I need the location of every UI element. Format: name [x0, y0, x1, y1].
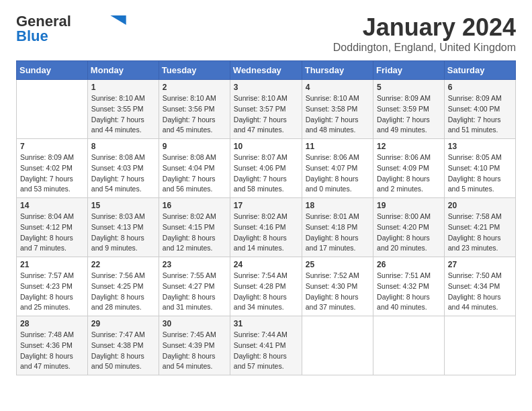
calendar-cell: 31Sunrise: 7:44 AMSunset: 4:41 PMDayligh… — [230, 316, 302, 375]
day-info: Sunrise: 8:06 AMSunset: 4:09 PMDaylight:… — [377, 152, 441, 195]
calendar-cell: 30Sunrise: 7:45 AMSunset: 4:39 PMDayligh… — [159, 316, 230, 375]
calendar-cell: 25Sunrise: 7:52 AMSunset: 4:30 PMDayligh… — [302, 257, 373, 316]
day-info: Sunrise: 7:56 AMSunset: 4:25 PMDaylight:… — [91, 271, 155, 313]
day-number: 14 — [20, 201, 84, 210]
calendar-cell: 19Sunrise: 8:00 AMSunset: 4:20 PMDayligh… — [373, 198, 445, 257]
calendar-cell: 6Sunrise: 8:09 AMSunset: 4:00 PMDaylight… — [444, 80, 515, 139]
calendar-cell: 28Sunrise: 7:48 AMSunset: 4:36 PMDayligh… — [17, 316, 88, 375]
calendar-cell: 1Sunrise: 8:10 AMSunset: 3:55 PMDaylight… — [87, 80, 159, 139]
calendar-week-4: 21Sunrise: 7:57 AMSunset: 4:23 PMDayligh… — [17, 257, 516, 316]
day-number: 7 — [20, 142, 84, 151]
calendar-body: 1Sunrise: 8:10 AMSunset: 3:55 PMDaylight… — [17, 80, 516, 375]
day-number: 23 — [163, 260, 226, 269]
calendar-cell: 2Sunrise: 8:10 AMSunset: 3:56 PMDaylight… — [159, 80, 230, 139]
day-info: Sunrise: 8:06 AMSunset: 4:07 PMDaylight:… — [306, 152, 369, 195]
calendar-cell: 24Sunrise: 7:54 AMSunset: 4:28 PMDayligh… — [230, 257, 302, 316]
calendar-cell: 27Sunrise: 7:50 AMSunset: 4:34 PMDayligh… — [444, 257, 515, 316]
day-number: 2 — [163, 83, 226, 92]
calendar-cell: 8Sunrise: 8:08 AMSunset: 4:03 PMDaylight… — [87, 139, 159, 198]
calendar-cell: 5Sunrise: 8:09 AMSunset: 3:59 PMDaylight… — [373, 80, 445, 139]
day-info: Sunrise: 8:01 AMSunset: 4:18 PMDaylight:… — [306, 212, 369, 254]
calendar-cell — [373, 316, 445, 375]
day-number: 26 — [377, 260, 441, 269]
day-number: 15 — [91, 201, 155, 210]
day-number: 27 — [448, 260, 512, 269]
day-number: 10 — [234, 142, 298, 151]
calendar-week-1: 1Sunrise: 8:10 AMSunset: 3:55 PMDaylight… — [17, 80, 516, 139]
logo-blue: Blue — [16, 28, 48, 44]
day-info: Sunrise: 7:51 AMSunset: 4:32 PMDaylight:… — [377, 271, 441, 313]
day-info: Sunrise: 8:10 AMSunset: 3:57 PMDaylight:… — [234, 93, 298, 136]
calendar-cell: 7Sunrise: 8:09 AMSunset: 4:02 PMDaylight… — [17, 139, 88, 198]
day-info: Sunrise: 8:02 AMSunset: 4:16 PMDaylight:… — [234, 212, 298, 254]
day-number: 16 — [163, 201, 226, 210]
day-info: Sunrise: 8:08 AMSunset: 4:03 PMDaylight:… — [91, 152, 155, 195]
day-number: 21 — [20, 260, 84, 269]
day-info: Sunrise: 8:00 AMSunset: 4:20 PMDaylight:… — [377, 212, 441, 254]
day-info: Sunrise: 7:44 AMSunset: 4:41 PMDaylight:… — [234, 330, 298, 372]
day-info: Sunrise: 7:54 AMSunset: 4:28 PMDaylight:… — [234, 271, 298, 313]
day-info: Sunrise: 7:50 AMSunset: 4:34 PMDaylight:… — [448, 271, 512, 313]
calendar-table: SundayMondayTuesdayWednesdayThursdayFrid… — [16, 60, 516, 375]
svg-marker-0 — [110, 15, 126, 25]
day-info: Sunrise: 7:48 AMSunset: 4:36 PMDaylight:… — [20, 330, 84, 372]
day-number: 5 — [377, 83, 441, 92]
day-number: 1 — [91, 83, 155, 92]
day-number: 29 — [91, 319, 155, 328]
calendar-cell: 16Sunrise: 8:02 AMSunset: 4:15 PMDayligh… — [159, 198, 230, 257]
day-number: 11 — [306, 142, 369, 151]
calendar-cell: 3Sunrise: 8:10 AMSunset: 3:57 PMDaylight… — [230, 80, 302, 139]
day-info: Sunrise: 8:04 AMSunset: 4:12 PMDaylight:… — [20, 212, 84, 254]
day-number: 9 — [163, 142, 226, 151]
day-number: 22 — [91, 260, 155, 269]
day-header-tuesday: Tuesday — [159, 61, 230, 80]
calendar-cell — [17, 80, 88, 139]
day-header-monday: Monday — [87, 61, 159, 80]
month-title: January 2024 — [333, 13, 516, 42]
calendar-week-3: 14Sunrise: 8:04 AMSunset: 4:12 PMDayligh… — [17, 198, 516, 257]
day-number: 8 — [91, 142, 155, 151]
calendar-week-2: 7Sunrise: 8:09 AMSunset: 4:02 PMDaylight… — [17, 139, 516, 198]
day-number: 30 — [163, 319, 226, 328]
title-block: January 2024 Doddington, England, United… — [333, 13, 516, 54]
day-info: Sunrise: 8:09 AMSunset: 3:59 PMDaylight:… — [377, 93, 441, 136]
calendar-cell: 4Sunrise: 8:10 AMSunset: 3:58 PMDaylight… — [302, 80, 373, 139]
day-header-saturday: Saturday — [444, 61, 515, 80]
calendar-cell: 22Sunrise: 7:56 AMSunset: 4:25 PMDayligh… — [87, 257, 159, 316]
day-number: 13 — [448, 142, 512, 151]
day-number: 3 — [234, 83, 298, 92]
day-number: 31 — [234, 319, 298, 328]
calendar-header-row: SundayMondayTuesdayWednesdayThursdayFrid… — [17, 61, 516, 80]
day-number: 18 — [306, 201, 369, 210]
day-header-wednesday: Wednesday — [230, 61, 302, 80]
calendar-cell: 17Sunrise: 8:02 AMSunset: 4:16 PMDayligh… — [230, 198, 302, 257]
calendar-cell: 20Sunrise: 7:58 AMSunset: 4:21 PMDayligh… — [444, 198, 515, 257]
calendar-cell: 9Sunrise: 8:08 AMSunset: 4:04 PMDaylight… — [159, 139, 230, 198]
day-info: Sunrise: 8:03 AMSunset: 4:13 PMDaylight:… — [91, 212, 155, 254]
day-info: Sunrise: 7:57 AMSunset: 4:23 PMDaylight:… — [20, 271, 84, 313]
calendar-cell: 11Sunrise: 8:06 AMSunset: 4:07 PMDayligh… — [302, 139, 373, 198]
day-info: Sunrise: 8:02 AMSunset: 4:15 PMDaylight:… — [163, 212, 226, 254]
day-info: Sunrise: 8:09 AMSunset: 4:00 PMDaylight:… — [448, 93, 512, 136]
day-info: Sunrise: 7:52 AMSunset: 4:30 PMDaylight:… — [306, 271, 369, 313]
day-number: 20 — [448, 201, 512, 210]
day-number: 28 — [20, 319, 84, 328]
calendar-cell: 23Sunrise: 7:55 AMSunset: 4:27 PMDayligh… — [159, 257, 230, 316]
day-info: Sunrise: 7:47 AMSunset: 4:38 PMDaylight:… — [91, 330, 155, 372]
day-info: Sunrise: 8:10 AMSunset: 3:55 PMDaylight:… — [91, 93, 155, 136]
day-number: 24 — [234, 260, 298, 269]
day-header-thursday: Thursday — [302, 61, 373, 80]
calendar-cell — [302, 316, 373, 375]
location: Doddington, England, United Kingdom — [333, 42, 516, 54]
day-info: Sunrise: 8:05 AMSunset: 4:10 PMDaylight:… — [448, 152, 512, 195]
calendar-cell: 15Sunrise: 8:03 AMSunset: 4:13 PMDayligh… — [87, 198, 159, 257]
day-header-friday: Friday — [373, 61, 445, 80]
day-number: 6 — [448, 83, 512, 92]
day-info: Sunrise: 8:10 AMSunset: 3:58 PMDaylight:… — [306, 93, 369, 136]
day-info: Sunrise: 7:58 AMSunset: 4:21 PMDaylight:… — [448, 212, 512, 254]
calendar-cell: 18Sunrise: 8:01 AMSunset: 4:18 PMDayligh… — [302, 198, 373, 257]
day-info: Sunrise: 7:45 AMSunset: 4:39 PMDaylight:… — [163, 330, 226, 372]
day-number: 17 — [234, 201, 298, 210]
day-header-sunday: Sunday — [17, 61, 88, 80]
calendar-cell: 26Sunrise: 7:51 AMSunset: 4:32 PMDayligh… — [373, 257, 445, 316]
